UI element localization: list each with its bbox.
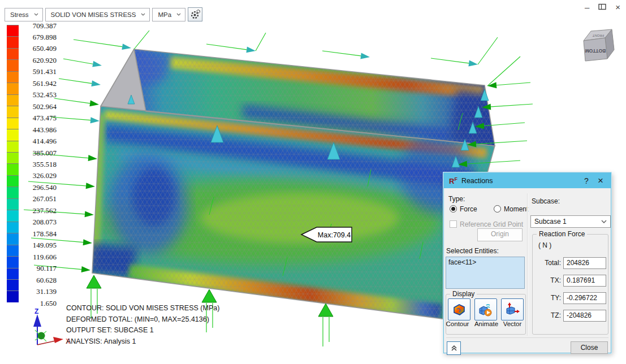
reactions-icon: RF xyxy=(449,176,457,185)
animate-display-button[interactable] xyxy=(474,298,497,320)
minimize-icon[interactable]: – xyxy=(585,2,589,12)
force-arrow xyxy=(54,98,90,103)
ty-field[interactable]: -0.296722 xyxy=(563,292,606,304)
view-cube[interactable]: BOTTOM FRONT xyxy=(584,29,614,61)
legend-value: 532.453 xyxy=(8,90,57,99)
legend-value: 208.073 xyxy=(8,218,57,227)
close-button[interactable]: Close xyxy=(571,341,608,354)
close-icon[interactable]: × xyxy=(615,2,620,12)
legend-value: 414.496 xyxy=(8,137,57,146)
force-radio-label[interactable]: Force xyxy=(460,205,477,213)
window-controls: – × xyxy=(585,2,620,12)
force-arrow-head xyxy=(122,44,131,50)
force-arrow xyxy=(431,58,469,63)
restore-icon[interactable] xyxy=(598,2,606,12)
result-type-dropdown[interactable]: SOLID VON MISES STRESS xyxy=(45,8,150,21)
dialog-title: Reactions xyxy=(461,177,493,185)
z-axis-arrow xyxy=(33,314,41,327)
total-field[interactable]: 204826 xyxy=(563,257,606,269)
type-label: Type: xyxy=(448,195,465,203)
legend-value: 473.475 xyxy=(8,114,57,123)
force-radio[interactable] xyxy=(450,205,457,213)
unit-dropdown[interactable]: MPa xyxy=(152,8,185,21)
force-arrow-head xyxy=(89,100,99,106)
force-arrow-tail xyxy=(487,57,520,86)
reactions-dialog: RF Reactions ? × Type: Force Moment Refe… xyxy=(443,172,611,353)
reactions-dialog-titlebar[interactable]: RF Reactions ? × xyxy=(444,173,611,188)
moment-radio[interactable] xyxy=(494,205,501,213)
dialog-close-button[interactable]: × xyxy=(595,175,606,187)
axis-triad: Z X xyxy=(33,307,70,345)
vector-icon xyxy=(504,302,520,318)
force-arrow xyxy=(206,44,247,50)
selected-entity-item[interactable]: face<11> xyxy=(448,258,476,266)
contour-info-line: ANALYSIS: Analysis 1 xyxy=(66,336,219,348)
force-arrow-head xyxy=(86,183,95,189)
chevron-down-icon xyxy=(34,13,38,16)
tz-field[interactable]: -204826 xyxy=(563,310,606,322)
vector-display-button[interactable] xyxy=(501,298,524,320)
result-type-value: SOLID VON MISES STRESS xyxy=(51,11,136,18)
legend-value: 178.584 xyxy=(8,229,57,239)
subcase-dropdown[interactable]: Subcase 1 xyxy=(530,215,611,228)
force-arrow-head xyxy=(92,61,102,67)
legend-value: 620.920 xyxy=(8,56,57,65)
force-arrow xyxy=(74,40,122,47)
selected-entities-label: Selected Entities: xyxy=(446,247,499,255)
force-arrow-head xyxy=(88,155,97,161)
result-settings-button[interactable] xyxy=(188,7,202,21)
collapse-button[interactable] xyxy=(447,341,461,355)
force-arrow-head xyxy=(360,53,370,59)
result-category-dropdown[interactable]: Stress xyxy=(5,8,43,21)
force-arrow-tail xyxy=(256,33,266,51)
subcase-label: Subcase: xyxy=(532,197,560,205)
legend-value: 709.387 xyxy=(8,21,57,31)
dialog-help-button[interactable]: ? xyxy=(581,176,592,185)
selected-entities-listbox[interactable]: face<11> xyxy=(446,257,525,289)
total-label: Total: xyxy=(532,259,561,267)
chevron-down-icon xyxy=(141,13,145,16)
force-arrow xyxy=(491,104,533,107)
force-arrow-head xyxy=(81,266,90,272)
legend-value: 119.606 xyxy=(8,253,57,262)
subcase-value: Subcase 1 xyxy=(534,218,567,226)
legend-value: 502.964 xyxy=(8,102,57,111)
z-axis-label: Z xyxy=(34,307,38,315)
reference-grid-point-label: Reference Grid Point xyxy=(460,220,523,228)
force-arrow-head xyxy=(468,60,478,66)
legend-value: 149.095 xyxy=(8,241,57,250)
contour-info-block: CONTOUR: SOLID VON MISES STRESS (MPa) DE… xyxy=(66,303,219,347)
force-arrow xyxy=(322,51,361,56)
results-toolbar: Stress SOLID VON MISES STRESS MPa xyxy=(5,7,202,21)
contour-legend-labels: 709.387679.898650.409620.920591.431561.9… xyxy=(8,25,57,302)
origin-button[interactable]: Origin xyxy=(477,228,523,241)
legend-value: 296.540 xyxy=(8,183,57,192)
force-arrow xyxy=(497,83,530,85)
force-arrow xyxy=(51,117,90,120)
legend-value: 443.986 xyxy=(8,125,57,135)
x-axis-arrow xyxy=(53,337,63,343)
dialog-divider xyxy=(527,193,528,336)
legend-value: 1.650 xyxy=(8,299,57,308)
result-category-value: Stress xyxy=(10,11,29,18)
force-arrow-tail xyxy=(134,31,149,49)
legend-value: 385.007 xyxy=(8,149,57,158)
legend-value: 60.628 xyxy=(8,276,57,285)
chevron-down-icon xyxy=(176,13,181,16)
contour-display-button[interactable] xyxy=(448,298,470,320)
view-cube-top-label: FRONT xyxy=(592,34,604,37)
chevron-down-icon xyxy=(601,220,607,223)
force-arrow-head xyxy=(85,211,94,217)
moment-radio-label[interactable]: Moment xyxy=(504,205,528,213)
force-arrow-tail xyxy=(478,37,498,64)
gear-icon xyxy=(190,9,201,20)
chevron-double-up-icon xyxy=(451,345,457,352)
tx-field[interactable]: 0.187691 xyxy=(563,275,606,287)
support-triangle xyxy=(87,275,101,288)
force-arrow-head xyxy=(83,239,92,245)
legend-value: 267.051 xyxy=(8,194,57,203)
ty-label: TY: xyxy=(532,294,561,302)
reference-grid-point-checkbox[interactable] xyxy=(450,220,457,228)
force-arrow-head xyxy=(487,82,497,88)
max-annotation-label: Max:709.4 xyxy=(318,231,351,239)
